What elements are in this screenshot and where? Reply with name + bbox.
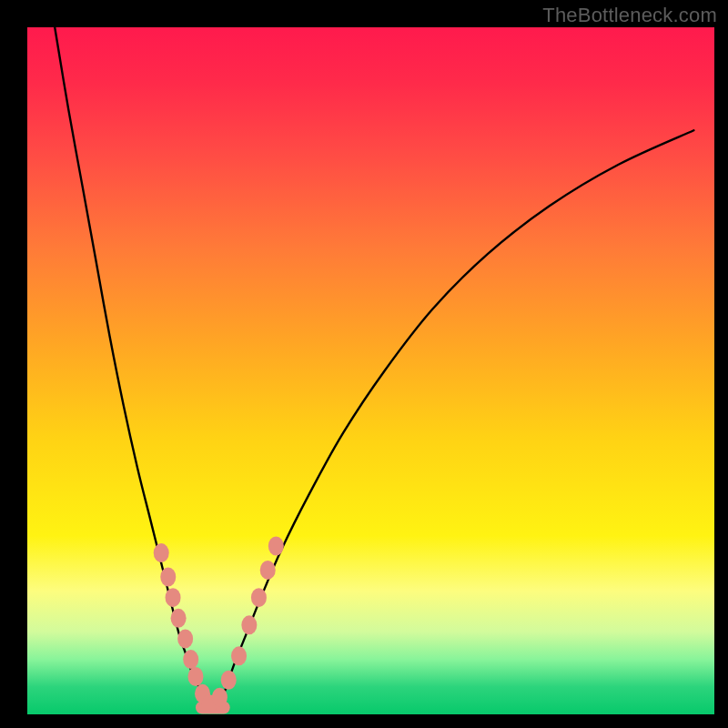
chart-svg	[27, 27, 714, 714]
data-point	[251, 588, 267, 607]
curve-right-curve	[213, 130, 694, 707]
data-point	[183, 650, 198, 669]
data-point	[221, 671, 237, 690]
data-point	[231, 646, 247, 665]
data-point	[187, 667, 203, 686]
data-point	[260, 561, 276, 580]
data-point	[268, 537, 284, 556]
data-point	[212, 688, 228, 707]
data-point	[241, 615, 257, 634]
plot-area	[27, 27, 714, 714]
data-point	[171, 609, 187, 628]
curve-layer	[55, 27, 693, 707]
data-point	[154, 543, 169, 562]
watermark-text: TheBottleneck.com	[542, 4, 717, 27]
data-point	[177, 629, 193, 648]
curve-left-curve	[55, 27, 213, 707]
chart-frame: TheBottleneck.com	[0, 0, 728, 728]
data-point	[160, 568, 176, 587]
data-point	[166, 588, 181, 607]
marker-layer	[154, 537, 284, 714]
